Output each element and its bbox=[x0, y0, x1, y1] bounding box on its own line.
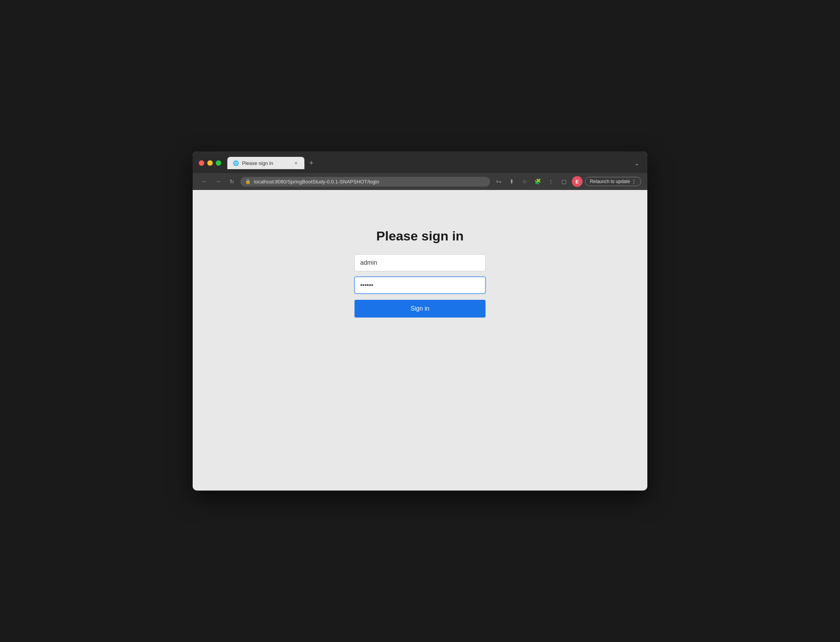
relaunch-button[interactable]: Relaunch to update ⋮ bbox=[585, 177, 641, 186]
more-icon: ⋮ bbox=[632, 179, 636, 184]
active-tab[interactable]: Please sign in ✕ bbox=[227, 157, 304, 169]
forward-button[interactable]: → bbox=[213, 176, 223, 187]
relaunch-label: Relaunch to update bbox=[590, 179, 630, 184]
tab-search-icon: ⋮ bbox=[548, 179, 553, 184]
sign-in-button[interactable]: Sign in bbox=[354, 300, 486, 318]
login-form: Sign in bbox=[354, 254, 486, 318]
traffic-lights bbox=[199, 160, 221, 166]
maximize-traffic-light[interactable] bbox=[216, 160, 221, 166]
nav-bar: ← → ↻ 🔒 localhost:8080/SpringBootStudy-0… bbox=[193, 173, 647, 190]
tab-favicon-icon bbox=[233, 160, 239, 166]
page-title: Please sign in bbox=[376, 229, 464, 244]
address-text: localhost:8080/SpringBootStudy-0.0.1-SNA… bbox=[254, 179, 486, 185]
tab-title: Please sign in bbox=[242, 160, 290, 166]
sign-in-label: Sign in bbox=[411, 305, 430, 312]
page-content: Please sign in Sign in bbox=[193, 190, 647, 491]
forward-icon: → bbox=[215, 178, 221, 185]
address-bar[interactable]: 🔒 localhost:8080/SpringBootStudy-0.0.1-S… bbox=[240, 177, 490, 187]
share-icon: ⬆ bbox=[509, 178, 514, 185]
browser-window: Please sign in ✕ + ⌄ ← → ↻ bbox=[193, 151, 647, 491]
profile-button[interactable]: E bbox=[572, 176, 583, 187]
tab-overview-icon: ▢ bbox=[561, 178, 566, 185]
profile-letter: E bbox=[576, 179, 579, 185]
reload-button[interactable]: ↻ bbox=[227, 176, 237, 187]
bookmark-button[interactable]: ☆ bbox=[519, 176, 530, 187]
share-button[interactable]: ⬆ bbox=[506, 176, 517, 187]
tab-close-button[interactable]: ✕ bbox=[293, 160, 299, 166]
reload-icon: ↻ bbox=[230, 178, 234, 185]
puzzle-icon: 🧩 bbox=[534, 178, 541, 185]
minimize-traffic-light[interactable] bbox=[207, 160, 213, 166]
username-input[interactable] bbox=[354, 254, 486, 271]
title-bar: Please sign in ✕ + ⌄ bbox=[193, 151, 647, 173]
star-icon: ☆ bbox=[522, 178, 527, 185]
back-icon: ← bbox=[202, 178, 207, 185]
tab-dropdown-button[interactable]: ⌄ bbox=[632, 158, 641, 168]
extensions-button[interactable]: 🧩 bbox=[533, 176, 543, 187]
back-button[interactable]: ← bbox=[199, 176, 210, 187]
globe-icon bbox=[233, 160, 239, 166]
key-icon: 🗝 bbox=[496, 178, 501, 185]
key-button[interactable]: 🗝 bbox=[493, 176, 504, 187]
password-input[interactable] bbox=[354, 277, 486, 294]
new-tab-button[interactable]: + bbox=[306, 158, 317, 168]
tab-search-button[interactable]: ⋮ bbox=[546, 176, 556, 187]
tab-bar: Please sign in ✕ + ⌄ bbox=[227, 157, 641, 169]
close-traffic-light[interactable] bbox=[199, 160, 204, 166]
lock-icon: 🔒 bbox=[245, 179, 251, 184]
login-container: Please sign in Sign in bbox=[193, 229, 647, 318]
tab-overview-button[interactable]: ▢ bbox=[559, 176, 570, 187]
chevron-down-icon: ⌄ bbox=[634, 160, 639, 167]
nav-tools: 🗝 ⬆ ☆ 🧩 ⋮ ▢ E Relaunch to update ⋮ bbox=[493, 176, 641, 187]
plus-icon: + bbox=[309, 159, 314, 167]
